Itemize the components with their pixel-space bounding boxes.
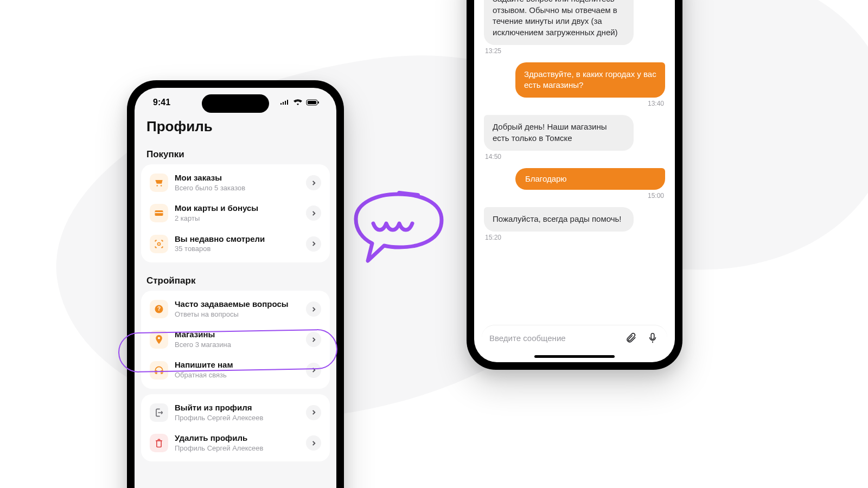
row-subtitle: Ответы на вопросы (175, 310, 306, 319)
dynamic-island (202, 94, 269, 113)
chevron-right-icon (306, 363, 321, 378)
clock: 9:41 (153, 98, 170, 107)
svg-rect-4 (155, 213, 163, 214)
row-title: Магазины (175, 330, 306, 340)
wifi-icon (293, 99, 303, 106)
row-title: Часто задаваемые вопросы (175, 299, 306, 310)
row-title: Выйти из профиля (175, 403, 306, 413)
row-stores[interactable]: МагазиныВсего 3 магазина (145, 324, 326, 355)
message-in: Задайте вопрос или поделитесь отзывом. О… (484, 0, 634, 45)
logout-icon (150, 403, 168, 422)
trash-icon (150, 434, 168, 452)
row-orders[interactable]: Мои заказыВсего было 5 заказов (145, 168, 326, 198)
row-subtitle: Профиль Сергей Алексеев (175, 413, 306, 423)
svg-point-8 (158, 337, 160, 339)
device-chat: Оператор 12 ноября Задайте вопрос или по… (467, 0, 682, 370)
chevron-right-icon (306, 435, 321, 451)
svg-rect-9 (651, 333, 654, 339)
jivo-logo (341, 185, 455, 274)
chevron-right-icon (306, 175, 321, 190)
row-logout[interactable]: Выйти из профиляПрофиль Сергей Алексеев (145, 397, 326, 428)
home-indicator (534, 355, 615, 358)
row-contact[interactable]: Напишите намОбратная связь (145, 355, 326, 385)
row-delete[interactable]: Удалить профильПрофиль Сергей Алексеев (145, 428, 326, 458)
row-title: Вы недавно смотрели (175, 234, 306, 245)
message-time: 15:00 (485, 192, 664, 200)
attach-button[interactable] (624, 331, 638, 345)
composer (482, 325, 667, 350)
cart-icon (150, 174, 168, 192)
headset-icon (150, 361, 168, 380)
message-time: 14:50 (485, 153, 664, 160)
purchases-card: Мои заказыВсего было 5 заказов Мои карты… (141, 164, 330, 262)
device-profile: 9:41 Профиль Покупки Мои заказыВсего был… (127, 80, 344, 488)
mic-button[interactable] (646, 331, 660, 345)
account-card: Выйти из профиляПрофиль Сергей Алексеев … (141, 394, 330, 462)
chevron-right-icon (306, 236, 321, 252)
svg-point-5 (158, 242, 161, 245)
row-title: Напишите нам (175, 360, 306, 370)
svg-text:?: ? (157, 306, 161, 312)
cellular-icon (280, 99, 290, 106)
row-title: Мои заказы (175, 173, 306, 183)
chevron-right-icon (306, 301, 321, 317)
chevron-right-icon (306, 405, 321, 420)
message-time: 15:20 (485, 234, 664, 241)
chevron-right-icon (306, 332, 321, 347)
message-list: Задайте вопрос или поделитесь отзывом. О… (474, 0, 675, 241)
row-faq[interactable]: ? Часто задаваемые вопросыОтветы на вопр… (145, 294, 326, 324)
row-subtitle: 2 карты (175, 214, 306, 223)
message-input[interactable] (489, 333, 616, 343)
message-in: Пожалуйста, всегда рады помочь! (484, 207, 634, 232)
page-title: Профиль (135, 111, 336, 142)
eye-icon (150, 235, 168, 253)
card-icon (150, 204, 168, 222)
row-title: Мои карты и бонусы (175, 203, 306, 214)
pin-icon (150, 330, 168, 349)
section-store-title: Стройпарк (135, 268, 336, 291)
row-subtitle: Обратная связь (175, 370, 306, 380)
question-icon: ? (150, 300, 168, 318)
row-viewed[interactable]: Вы недавно смотрели35 товаров (145, 229, 326, 259)
message-out: Благодарю (515, 168, 665, 190)
svg-rect-2 (318, 101, 319, 104)
message-time: 13:40 (485, 100, 664, 107)
row-subtitle: Всего 3 магазина (175, 340, 306, 350)
row-subtitle: Профиль Сергей Алексеев (175, 444, 306, 453)
message-in: Добрый день! Наши магазины есть только в… (484, 115, 634, 150)
chevron-right-icon (306, 206, 321, 221)
svg-rect-1 (308, 101, 316, 104)
message-out: Здраствуйте, в каких городах у вас есть … (515, 62, 665, 98)
row-title: Удалить профиль (175, 433, 306, 444)
battery-icon (306, 99, 320, 106)
store-card: ? Часто задаваемые вопросыОтветы на вопр… (141, 291, 330, 389)
row-cards[interactable]: Мои карты и бонусы2 карты (145, 198, 326, 228)
section-purchases-title: Покупки (135, 142, 336, 164)
row-subtitle: 35 товаров (175, 244, 306, 254)
message-time: 13:25 (485, 47, 664, 55)
row-subtitle: Всего было 5 заказов (175, 183, 306, 193)
